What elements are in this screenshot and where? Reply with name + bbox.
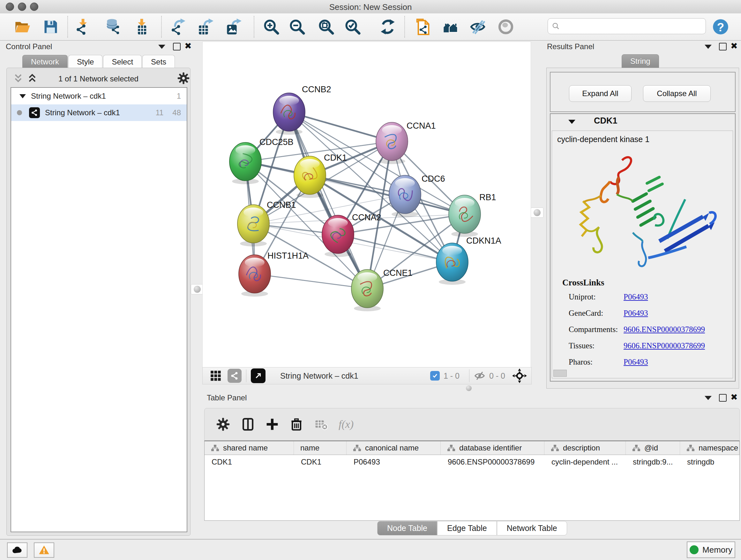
open-session-button[interactable]	[12, 17, 32, 37]
import-table-file-button[interactable]	[131, 17, 151, 37]
table-cell[interactable]: CDK1	[294, 457, 347, 466]
results-panel-close-icon[interactable]: ✖	[731, 41, 738, 51]
open-in-cybrowser-button[interactable]	[413, 17, 433, 37]
edge-CCNA2-CDKN1A[interactable]	[338, 234, 452, 262]
control-panel-float-icon[interactable]	[173, 43, 181, 51]
node-CDKN1A[interactable]	[436, 243, 468, 285]
crosslink-link[interactable]: P06493	[623, 358, 648, 367]
gene-collapse-icon[interactable]	[568, 120, 576, 124]
column-header-description[interactable]: description	[544, 441, 626, 455]
tab-network[interactable]: Network	[22, 55, 68, 69]
search-field[interactable]	[548, 18, 706, 34]
refresh-button[interactable]	[378, 17, 398, 37]
node-RB1[interactable]	[449, 195, 481, 237]
zoom-out-icon	[289, 18, 306, 35]
network-view-canvas[interactable]: CCNB2CCNA1CDC25BCDK1CDC6RB1CCNB1CCNA2CDK…	[202, 42, 531, 368]
crosslink-link[interactable]: 9606.ENSP00000378699	[623, 325, 705, 334]
selected-items-checkbox-icon[interactable]	[430, 371, 440, 381]
crosslink-link[interactable]: P06493	[623, 293, 648, 301]
import-network-database-button[interactable]	[103, 17, 124, 37]
node-CDC25B[interactable]	[229, 142, 261, 184]
tab-string[interactable]: String	[622, 54, 659, 68]
tab-style[interactable]: Style	[68, 55, 103, 69]
control-panel-menu-icon[interactable]	[158, 45, 165, 49]
crosslink-link[interactable]: P06493	[623, 309, 648, 318]
search-input[interactable]	[562, 21, 701, 31]
column-header-canonical-name[interactable]: canonical name	[347, 441, 441, 455]
table-panel-menu-icon[interactable]	[704, 396, 712, 400]
table-cell[interactable]: CDK1	[205, 457, 294, 466]
horizontal-scrollbar-stub[interactable]	[553, 370, 567, 377]
table-options-gear-icon[interactable]	[216, 417, 230, 431]
expand-all-button[interactable]: Expand All	[569, 85, 631, 102]
left-splitter-handle[interactable]	[191, 284, 204, 294]
control-panel-close-icon[interactable]: ✖	[185, 41, 192, 51]
right-splitter-handle[interactable]	[531, 207, 543, 218]
hidden-counts: 0 - 0	[489, 371, 505, 381]
zoom-out-button[interactable]	[287, 17, 307, 37]
results-panel-float-icon[interactable]	[719, 43, 727, 51]
column-header-database-identifier[interactable]: database identifier	[441, 441, 544, 455]
node-HIST1H1A[interactable]	[239, 255, 271, 297]
node-CCNB1[interactable]	[238, 205, 269, 246]
network-share-badge-icon[interactable]	[227, 369, 242, 383]
bottom-splitter-handle[interactable]	[466, 385, 472, 391]
tab-network-table[interactable]: Network Table	[497, 521, 567, 536]
column-header-namespace[interactable]: namespace	[680, 441, 739, 455]
show-graphics-details-button[interactable]	[495, 17, 516, 37]
column-label: database identifier	[459, 443, 522, 452]
save-session-button[interactable]	[41, 17, 61, 37]
table-cell[interactable]: stringdb:9...	[626, 457, 680, 466]
memory-button[interactable]: Memory	[687, 542, 735, 558]
birds-eye-view-icon[interactable]	[210, 370, 222, 382]
import-network-file-button[interactable]	[72, 17, 93, 37]
tab-edge-table[interactable]: Edge Table	[437, 521, 497, 536]
delete-column-trash-icon[interactable]	[289, 417, 304, 431]
export-image-button[interactable]	[224, 17, 244, 37]
hide-selected-button[interactable]	[468, 17, 488, 37]
help-button[interactable]: ?	[711, 17, 731, 37]
show-all-networks-button[interactable]	[441, 17, 461, 37]
fit-selected-crosshair-icon[interactable]	[512, 368, 527, 383]
network-options-gear-icon[interactable]	[177, 72, 190, 84]
column-tree-icon	[551, 444, 559, 452]
create-column-plus-icon[interactable]	[265, 417, 279, 431]
collapse-all-button[interactable]: Collapse All	[643, 85, 711, 102]
cloud-status-button[interactable]	[7, 543, 27, 558]
table-panel-float-icon[interactable]	[719, 394, 727, 401]
edge-HIST1H1A-CCNE1[interactable]	[255, 274, 367, 289]
table-row[interactable]: CDK1CDK1P064939606.ENSP00000378699cyclin…	[205, 455, 739, 469]
export-network-button[interactable]	[167, 17, 188, 37]
edge-CCNB2-CCNE1[interactable]	[289, 112, 367, 289]
zoom-fit-button[interactable]	[316, 17, 336, 37]
tab-node-table[interactable]: Node Table	[377, 521, 437, 536]
node-CCNE1[interactable]	[351, 269, 383, 311]
results-panel-menu-icon[interactable]	[704, 45, 712, 49]
node-CCNB2[interactable]	[273, 93, 305, 135]
import-network-icon	[74, 18, 91, 35]
table-cell[interactable]: cyclin-dependent ...	[544, 457, 626, 466]
zoom-in-button[interactable]	[261, 17, 281, 37]
tab-select[interactable]: Select	[103, 55, 142, 69]
tab-sets[interactable]: Sets	[142, 55, 175, 69]
table-cell[interactable]: 9606.ENSP00000378699	[441, 457, 544, 466]
column-header-shared-name[interactable]: shared name	[205, 441, 294, 455]
table-cell[interactable]: stringdb	[680, 457, 739, 466]
column-header--id[interactable]: @id	[626, 441, 680, 455]
network-row-selected[interactable]: String Network – cdk1 11 48	[11, 105, 187, 121]
crosslink-link[interactable]: 9606.ENSP00000378699	[623, 341, 705, 350]
warning-status-button[interactable]	[34, 543, 54, 558]
column-header-name[interactable]: name	[294, 441, 347, 455]
collection-expand-icon[interactable]	[19, 94, 26, 98]
show-columns-icon[interactable]	[241, 417, 255, 431]
open-view-in-window-icon[interactable]	[251, 368, 266, 383]
table-cell[interactable]: P06493	[347, 457, 441, 466]
network-collection-row[interactable]: String Network – cdk1 1	[11, 88, 187, 105]
cloud-icon	[12, 545, 23, 556]
export-table-button[interactable]	[196, 17, 216, 37]
node-CCNA1[interactable]	[376, 122, 408, 164]
network-graph[interactable]: CCNB2CCNA1CDC25BCDK1CDC6RB1CCNB1CCNA2CDK…	[203, 42, 531, 368]
zoom-selected-button[interactable]	[342, 17, 363, 37]
gene-detail-box: cyclin-dependent kinase 1	[552, 131, 733, 378]
table-panel-close-icon[interactable]: ✖	[731, 392, 738, 402]
